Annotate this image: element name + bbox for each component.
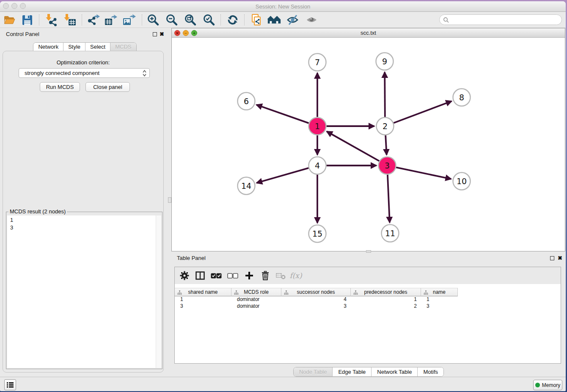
delete-column-icon[interactable] xyxy=(258,269,272,282)
zoom-fit-icon[interactable] xyxy=(183,13,198,27)
edge-4-14[interactable] xyxy=(257,168,309,183)
column-header-predecessor-nodes[interactable]: predecessor nodes xyxy=(351,288,421,296)
cell-successor-nodes[interactable]: 4 xyxy=(281,296,351,303)
import-network-icon[interactable] xyxy=(44,13,58,27)
memory-button[interactable]: Memory xyxy=(533,380,562,390)
refresh-icon[interactable] xyxy=(226,13,240,27)
graph-node-6[interactable]: 6 xyxy=(238,93,255,110)
window-title: Session: New Session xyxy=(0,3,566,10)
graph-node-3[interactable]: 3 xyxy=(379,157,396,174)
column-header-name[interactable]: name xyxy=(421,288,458,296)
svg-text:8: 8 xyxy=(459,93,464,102)
memory-status-dot xyxy=(535,383,540,387)
deselect-all-columns-icon[interactable] xyxy=(226,269,240,282)
export-network-icon[interactable] xyxy=(86,13,100,27)
duplicate-network-icon[interactable] xyxy=(249,13,263,27)
zoom-out-icon[interactable] xyxy=(165,13,179,27)
add-column-icon[interactable] xyxy=(242,269,256,282)
tab-node-table[interactable]: Node Table xyxy=(294,367,333,376)
graph-node-1[interactable]: 1 xyxy=(309,118,326,135)
task-history-button[interactable] xyxy=(4,379,16,390)
show-column-panel-icon[interactable] xyxy=(193,269,207,282)
cell-shared-name[interactable]: 3 xyxy=(175,303,231,309)
table-options-icon[interactable] xyxy=(177,269,192,282)
select-all-columns-icon[interactable] xyxy=(209,269,223,282)
table-row[interactable]: 1dominator411 xyxy=(175,296,458,303)
cell-successor-nodes[interactable]: 3 xyxy=(281,303,351,309)
optimization-criterion-label: Optimization criterion: xyxy=(0,59,166,66)
graph-node-9[interactable]: 9 xyxy=(376,53,394,70)
svg-text:7: 7 xyxy=(315,58,320,67)
float-panel-icon[interactable] xyxy=(153,32,157,36)
cell-MCDS-role[interactable]: dominator xyxy=(231,296,281,303)
mcds-result-title: MCDS result (2 nodes) xyxy=(8,208,67,215)
zoom-in-icon[interactable] xyxy=(146,13,160,27)
criterion-select[interactable]: strongly connected component xyxy=(19,68,150,78)
edge-2-3[interactable] xyxy=(385,135,386,155)
edge-2-9[interactable] xyxy=(385,72,385,117)
graph-node-14[interactable]: 14 xyxy=(238,177,255,195)
table-row[interactable]: 3dominator323 xyxy=(175,303,458,309)
list-icon xyxy=(7,382,14,388)
tab-motifs[interactable]: Motifs xyxy=(417,367,443,376)
select-stepper-icon xyxy=(143,70,146,79)
network-canvas[interactable]: 7968124314101511 xyxy=(172,38,565,251)
column-type-icon xyxy=(424,290,428,295)
edge-3-1[interactable] xyxy=(327,132,379,161)
cell-name[interactable]: 1 xyxy=(421,296,458,303)
result-scrollbar[interactable] xyxy=(156,215,161,368)
tab-network-table[interactable]: Network Table xyxy=(371,367,417,376)
tab-edge-table[interactable]: Edge Table xyxy=(332,367,371,376)
control-panel-title: Control Panel xyxy=(6,31,39,37)
export-table-icon[interactable] xyxy=(104,13,118,27)
graph-node-15[interactable]: 15 xyxy=(309,225,326,243)
edge-3-11[interactable] xyxy=(388,174,390,222)
graph-node-2[interactable]: 2 xyxy=(377,118,394,135)
save-icon[interactable] xyxy=(20,13,34,27)
tab-network[interactable]: Network xyxy=(33,43,63,51)
cell-predecessor-nodes[interactable]: 1 xyxy=(351,296,421,303)
cell-shared-name[interactable]: 1 xyxy=(175,296,231,303)
edge-2-8[interactable] xyxy=(394,101,451,123)
function-builder-icon[interactable]: f(x) xyxy=(289,269,303,282)
zoom-selected-icon[interactable] xyxy=(202,13,216,27)
home-layout-icon[interactable] xyxy=(267,13,281,27)
close-panel-button[interactable]: Close panel xyxy=(85,82,130,92)
column-header-MCDS-role[interactable]: MCDS role xyxy=(231,288,281,296)
graph-node-10[interactable]: 10 xyxy=(453,173,471,190)
cell-name[interactable]: 3 xyxy=(421,303,458,309)
result-line: 3 xyxy=(7,224,161,232)
graph-node-7[interactable]: 7 xyxy=(309,54,326,71)
column-header-successor-nodes[interactable]: successor nodes xyxy=(281,288,351,296)
delete-table-icon[interactable] xyxy=(273,269,288,282)
tab-mcds[interactable]: MCDS xyxy=(110,43,136,51)
column-header-shared-name[interactable]: shared name xyxy=(175,288,231,296)
svg-text:4: 4 xyxy=(315,161,320,170)
svg-text:1: 1 xyxy=(315,121,320,131)
splitter-grip-vertical[interactable] xyxy=(168,197,171,203)
graph-node-8[interactable]: 8 xyxy=(453,89,471,106)
tab-select[interactable]: Select xyxy=(85,43,110,51)
show-all-icon[interactable] xyxy=(305,13,319,27)
cell-predecessor-nodes[interactable]: 2 xyxy=(351,303,421,309)
table-float-icon[interactable] xyxy=(550,256,554,260)
edge-1-6[interactable] xyxy=(256,105,309,123)
graph-node-4[interactable]: 4 xyxy=(309,157,326,174)
export-image-icon[interactable] xyxy=(122,13,136,27)
tab-style[interactable]: Style xyxy=(63,43,85,51)
import-table-icon[interactable] xyxy=(63,13,77,27)
cell-MCDS-role[interactable]: dominator xyxy=(231,303,281,309)
table-close-icon[interactable]: ✖ xyxy=(558,256,562,260)
close-panel-icon[interactable]: ✖ xyxy=(160,32,164,36)
control-panel: Control Panel ✖ NetworkStyleSelectMCDS O… xyxy=(0,28,166,376)
control-panel-tabs: NetworkStyleSelectMCDS xyxy=(0,42,166,51)
search-box[interactable] xyxy=(439,14,562,25)
edge-3-10[interactable] xyxy=(396,167,451,179)
column-type-icon xyxy=(177,290,182,295)
search-input[interactable] xyxy=(449,17,561,23)
network-window: ✕ − + scc.txt 7968124314101511 xyxy=(171,28,565,251)
run-mcds-button[interactable]: Run MCDS xyxy=(40,82,80,92)
graph-node-11[interactable]: 11 xyxy=(382,225,399,242)
hide-selected-icon[interactable] xyxy=(286,13,300,27)
open-file-icon[interactable] xyxy=(2,13,17,27)
